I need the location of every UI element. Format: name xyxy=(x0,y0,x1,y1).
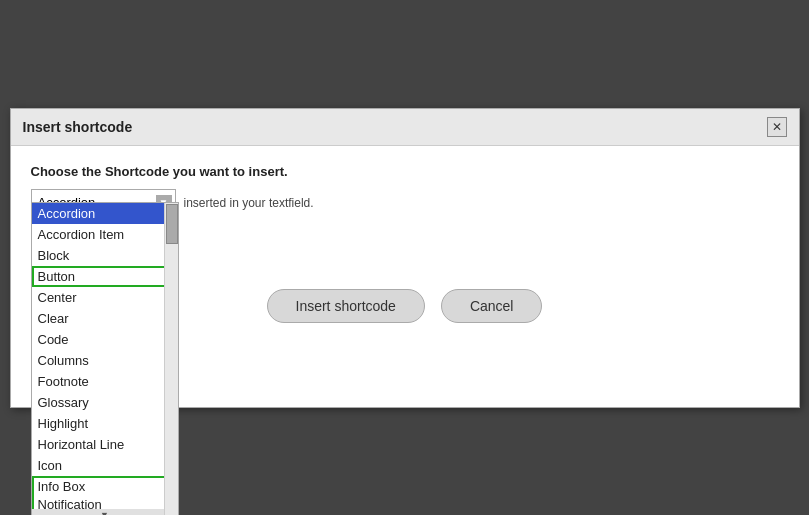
dropdown-item[interactable]: Accordion xyxy=(32,203,178,224)
insert-shortcode-button[interactable]: Insert shortcode xyxy=(267,289,425,323)
modal-title: Insert shortcode xyxy=(23,119,133,135)
hint-text: inserted in your textfield. xyxy=(184,196,314,210)
scrollbar-thumb[interactable] xyxy=(166,204,178,244)
modal-dialog: Insert shortcode ✕ Choose the Shortcode … xyxy=(10,108,800,408)
dropdown-item[interactable]: Icon xyxy=(32,455,178,476)
dropdown-item[interactable]: Info Box xyxy=(32,476,178,496)
cancel-button[interactable]: Cancel xyxy=(441,289,543,323)
dropdown-item[interactable]: Block xyxy=(32,245,178,266)
dropdown-list: AccordionAccordion ItemBlockButtonCenter… xyxy=(31,202,179,516)
modal-body-label: Choose the Shortcode you want to insert. xyxy=(31,164,779,179)
dropdown-item[interactable]: Code xyxy=(32,329,178,350)
dropdown-item[interactable]: Columns xyxy=(32,350,178,371)
dropdown-item[interactable]: Glossary xyxy=(32,392,178,413)
modal-body: Choose the Shortcode you want to insert.… xyxy=(11,146,799,363)
dropdown-item[interactable]: Clear xyxy=(32,308,178,329)
dropdown-scroll-down-button[interactable]: ▼ xyxy=(32,509,178,515)
modal-header: Insert shortcode ✕ xyxy=(11,109,799,146)
dropdown-items-container: AccordionAccordion ItemBlockButtonCenter… xyxy=(32,203,178,509)
dropdown-item[interactable]: Center xyxy=(32,287,178,308)
dropdown-item[interactable]: Horizontal Line xyxy=(32,434,178,455)
dropdown-item[interactable]: Button xyxy=(32,266,178,287)
modal-overlay: Insert shortcode ✕ Choose the Shortcode … xyxy=(0,0,809,515)
dropdown-item[interactable]: Notification xyxy=(32,496,178,509)
dropdown-item[interactable]: Footnote xyxy=(32,371,178,392)
modal-close-button[interactable]: ✕ xyxy=(767,117,787,137)
scrollbar-track xyxy=(164,203,178,516)
dropdown-item[interactable]: Accordion Item xyxy=(32,224,178,245)
dropdown-item[interactable]: Highlight xyxy=(32,413,178,434)
